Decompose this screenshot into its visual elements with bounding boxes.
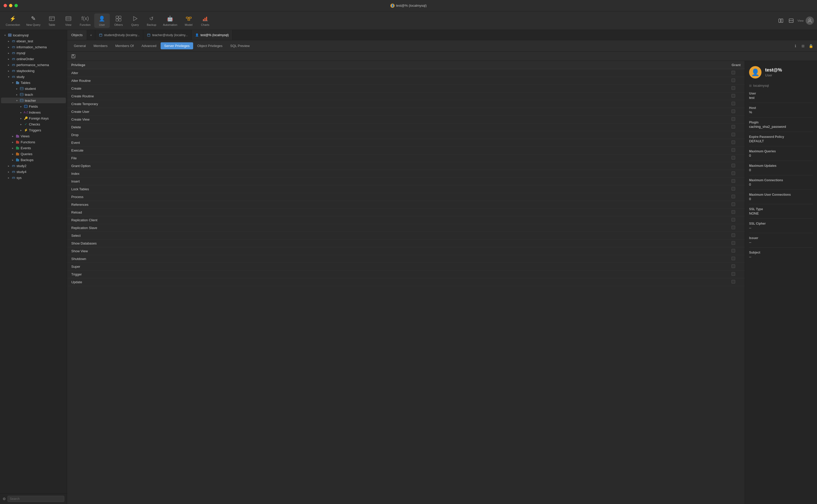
sidebar-item-functions[interactable]: ▸ Functions: [1, 139, 66, 145]
grant-checkbox[interactable]: [727, 224, 745, 232]
maximize-button[interactable]: [14, 4, 18, 7]
titlebar: 👤 test@% (localmysql): [0, 0, 817, 11]
grant-checkbox[interactable]: [727, 170, 745, 178]
grid-icon[interactable]: ⊞: [800, 43, 806, 49]
sidebar-item-triggers[interactable]: ▸ ⚡ Triggers: [1, 127, 66, 133]
search-input[interactable]: [7, 496, 64, 502]
window-controls[interactable]: [4, 4, 18, 7]
grant-checkbox[interactable]: [727, 77, 745, 85]
tab-sql-preview[interactable]: SQL Preview: [227, 42, 253, 49]
sidebar-item-study[interactable]: ▾ 🗃 study: [1, 74, 66, 80]
tab-test-local[interactable]: 👤 test@% (localmysql): [192, 30, 233, 40]
sidebar-item-teacher[interactable]: ▾ teacher: [1, 98, 66, 103]
sidebar-item-localmysql[interactable]: ▾ localmysql: [1, 32, 66, 38]
sidebar-item-online-order[interactable]: ▸ 🗃 onlineOrder: [1, 56, 66, 62]
close-button[interactable]: [4, 4, 7, 7]
toolbar-query[interactable]: Query: [127, 13, 143, 28]
sidebar-item-performance-schema[interactable]: ▸ 🗃 performance_schema: [1, 62, 66, 68]
toolbar-backup[interactable]: ↺ Backup: [144, 13, 159, 28]
objects-button[interactable]: Objects: [67, 30, 87, 40]
sidebar-item-mysql[interactable]: ▸ 🗃 mysql: [1, 50, 66, 56]
info-icon[interactable]: ℹ: [792, 43, 798, 49]
tab-members[interactable]: Members: [90, 42, 111, 49]
grant-checkbox[interactable]: [727, 216, 745, 224]
tab-general[interactable]: General: [70, 42, 89, 49]
views-folder-icon: [15, 134, 20, 138]
grant-checkbox[interactable]: [727, 92, 745, 100]
privileges-table: Privilege Grant Alter Alter Routine Crea…: [67, 61, 745, 286]
toolbar-model[interactable]: Model: [181, 13, 197, 28]
sidebar-item-foreign-keys[interactable]: ▸ 🔑 Foreign Keys: [1, 115, 66, 121]
db-icon: 🗃: [11, 51, 15, 55]
rp-field: Maximum Updates 0: [749, 164, 813, 172]
toolbar-automation[interactable]: 🤖 Automation: [160, 13, 180, 28]
sidebar-item-backups[interactable]: ▸ Backups: [1, 157, 66, 163]
sidebar-item-views[interactable]: ▸ Views: [1, 133, 66, 139]
grant-checkbox[interactable]: [727, 271, 745, 278]
toolbar-new-query[interactable]: ✎ New Query: [24, 13, 43, 28]
grant-checkbox[interactable]: [727, 263, 745, 271]
grant-checkbox[interactable]: [727, 108, 745, 116]
grant-checkbox[interactable]: [727, 209, 745, 216]
grant-checkbox[interactable]: [727, 85, 745, 92]
tab-members-of[interactable]: Members Of: [112, 42, 137, 49]
grant-checkbox[interactable]: [727, 232, 745, 240]
tab-server-privileges[interactable]: Server Privileges: [161, 42, 193, 49]
grant-checkbox[interactable]: [727, 255, 745, 263]
privilege-name: Create: [67, 85, 727, 92]
new-query-label: New Query: [26, 23, 41, 26]
toolbar-user[interactable]: 👤 User: [94, 13, 110, 28]
tab-teacher-study[interactable]: teacher@study (localmy...: [143, 30, 192, 40]
collapse-button[interactable]: «: [87, 30, 95, 40]
grant-checkbox[interactable]: [727, 116, 745, 123]
sidebar-item-study4[interactable]: ▸ 🗃 study4: [1, 169, 66, 175]
lock-icon[interactable]: 🔒: [808, 43, 814, 49]
grant-checkbox[interactable]: [727, 193, 745, 201]
grant-checkbox[interactable]: [727, 69, 745, 77]
save-button[interactable]: [70, 53, 76, 59]
toolbar-charts[interactable]: Charts: [198, 13, 213, 28]
sidebar-item-checks[interactable]: ▸ ✓ Checks: [1, 121, 66, 127]
toolbar-function[interactable]: f(x) Function: [77, 13, 93, 28]
grant-checkbox[interactable]: [727, 147, 745, 154]
grant-checkbox[interactable]: [727, 139, 745, 147]
others-label: Others: [114, 23, 123, 26]
sidebar-item-ebean-test[interactable]: ▸ 🗃 ebean_test: [1, 38, 66, 44]
grant-checkbox[interactable]: [727, 278, 745, 286]
grant-checkbox[interactable]: [727, 178, 745, 185]
tab-advanced[interactable]: Advanced: [138, 42, 160, 49]
sidebar-item-information-schema[interactable]: ▸ 🗃 information_schema: [1, 44, 66, 50]
sidebar-item-queries[interactable]: ▸ Queries: [1, 151, 66, 157]
sidebar-item-tables[interactable]: ▾ Tables: [1, 80, 66, 85]
sidebar-item-indexes[interactable]: ▸ A-Z Indexes: [1, 109, 66, 115]
sidebar-item-study2[interactable]: ▸ 🗃 study2: [1, 163, 66, 169]
user-avatar[interactable]: [806, 17, 814, 25]
toolbar-others[interactable]: Others: [111, 13, 126, 28]
tab-object-privileges[interactable]: Object Privileges: [194, 42, 226, 49]
rp-divider: [749, 132, 813, 132]
sidebar-toggle-icon[interactable]: [777, 17, 785, 25]
grant-checkbox[interactable]: [727, 154, 745, 162]
grant-checkbox[interactable]: [727, 201, 745, 209]
grant-checkbox[interactable]: [727, 247, 745, 255]
search-icon: ⚙: [3, 497, 6, 501]
grant-checkbox[interactable]: [727, 131, 745, 139]
grant-checkbox[interactable]: [727, 240, 745, 247]
toolbar-table[interactable]: Table: [44, 13, 60, 28]
sidebar-item-staybooking[interactable]: ▸ 🗃 staybooking: [1, 68, 66, 74]
grant-checkbox[interactable]: [727, 123, 745, 131]
sidebar-item-teach[interactable]: ▸ teach: [1, 92, 66, 97]
layout-toggle-icon[interactable]: [787, 17, 795, 25]
sidebar-item-fields[interactable]: ▸ Fields: [1, 104, 66, 109]
tab-student-study[interactable]: student@study (localmy...: [95, 30, 143, 40]
sidebar-item-events[interactable]: ▸ Events: [1, 145, 66, 151]
minimize-button[interactable]: [9, 4, 12, 7]
sidebar-item-sys[interactable]: ▸ 🗃 sys: [1, 175, 66, 180]
toolbar-connection[interactable]: ⚡ Connection: [3, 13, 23, 28]
rp-field-value: --: [749, 240, 813, 244]
grant-checkbox[interactable]: [727, 100, 745, 108]
grant-checkbox[interactable]: [727, 162, 745, 170]
toolbar-view[interactable]: View: [61, 13, 76, 28]
grant-checkbox[interactable]: [727, 185, 745, 193]
sidebar-item-student[interactable]: ▸ student: [1, 86, 66, 91]
